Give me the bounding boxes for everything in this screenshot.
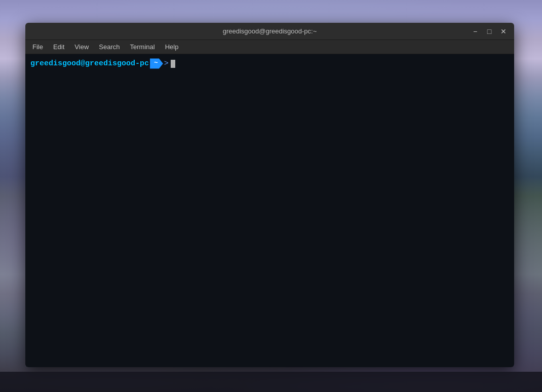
- terminal-body[interactable]: greedisgood@greedisgood-pc ~ >: [25, 54, 514, 367]
- window-controls: − □ ✕: [469, 25, 510, 38]
- menu-bar: File Edit View Search Terminal Help: [25, 40, 514, 54]
- minimize-icon: −: [473, 27, 477, 35]
- menu-search[interactable]: Search: [94, 41, 125, 53]
- window-title: greedisgood@greedisgood-pc:~: [223, 27, 317, 35]
- terminal-window: greedisgood@greedisgood-pc:~ − □ ✕ File …: [25, 23, 514, 367]
- menu-view[interactable]: View: [69, 41, 94, 53]
- menu-help[interactable]: Help: [160, 41, 184, 53]
- prompt-tilde-badge: ~: [150, 58, 163, 68]
- menu-terminal[interactable]: Terminal: [125, 41, 160, 53]
- taskbar: [0, 372, 542, 392]
- menu-edit[interactable]: Edit: [48, 41, 69, 53]
- prompt-arrow-icon: >: [164, 58, 169, 69]
- prompt-user-host: greedisgood@greedisgood-pc: [30, 58, 149, 69]
- terminal-cursor: [171, 60, 175, 68]
- close-button[interactable]: ✕: [497, 25, 510, 38]
- tilde-label: ~: [154, 59, 158, 67]
- prompt-line: greedisgood@greedisgood-pc ~ >: [30, 58, 509, 69]
- close-icon: ✕: [500, 27, 507, 35]
- minimize-button[interactable]: −: [469, 25, 482, 38]
- title-bar: greedisgood@greedisgood-pc:~ − □ ✕: [25, 23, 514, 40]
- maximize-icon: □: [487, 27, 491, 35]
- maximize-button[interactable]: □: [483, 25, 496, 38]
- menu-file[interactable]: File: [27, 41, 48, 53]
